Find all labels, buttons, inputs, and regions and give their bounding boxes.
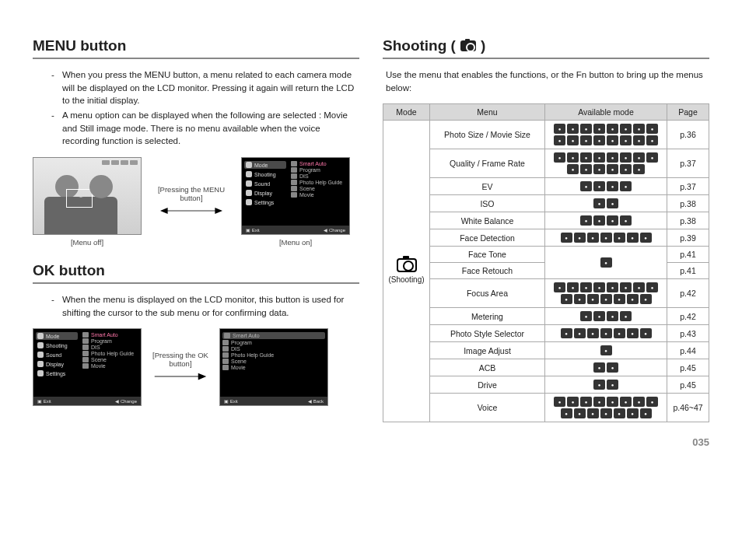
mode-icon bbox=[593, 397, 605, 407]
mode-icon bbox=[627, 328, 639, 338]
th-mode: Mode bbox=[383, 104, 430, 121]
mode-icon bbox=[554, 397, 565, 407]
mode-icon bbox=[646, 135, 658, 145]
mode-icon bbox=[567, 282, 579, 292]
mode-icon bbox=[607, 135, 618, 145]
mode-icon bbox=[580, 164, 592, 174]
lcd-menu-item: Mode bbox=[244, 161, 286, 169]
camera-icon bbox=[460, 40, 476, 51]
mode-icon bbox=[567, 164, 579, 174]
svg-marker-2 bbox=[215, 208, 222, 214]
mode-icon bbox=[580, 282, 592, 292]
mode-icon bbox=[580, 397, 592, 407]
menu-text-1: When you press the MENU button, a menu r… bbox=[62, 68, 359, 107]
available-mode-cell bbox=[545, 359, 667, 376]
table-row: Voicep.46~47 bbox=[383, 394, 709, 422]
table-row: Face Detectionp.39 bbox=[383, 229, 709, 247]
table-row: EVp.37 bbox=[383, 178, 709, 195]
page-ref-cell: p.41 bbox=[667, 263, 709, 279]
mode-icon bbox=[574, 294, 586, 304]
menu-name-cell: Face Detection bbox=[430, 229, 545, 247]
mode-icon bbox=[620, 282, 632, 292]
mode-icon bbox=[607, 152, 618, 163]
th-menu: Menu bbox=[430, 104, 545, 121]
lcd-exit: ▣ Exit bbox=[37, 398, 51, 404]
table-row: Quality / Frame Ratep.37 bbox=[383, 149, 709, 178]
menu-button-heading: MENU button bbox=[33, 37, 359, 54]
page-ref-cell: p.43 bbox=[667, 325, 709, 342]
ok-illustration-row: ModeShootingSoundDisplaySettingsSmart Au… bbox=[33, 328, 359, 406]
divider bbox=[383, 58, 709, 59]
table-row: Focus Areap.42 bbox=[383, 279, 709, 308]
table-row: Meteringp.42 bbox=[383, 308, 709, 325]
mode-icon bbox=[580, 152, 592, 163]
mode-icon bbox=[607, 362, 618, 373]
mode-icon bbox=[580, 215, 592, 226]
mode-icon bbox=[607, 198, 618, 208]
mode-icon bbox=[633, 135, 645, 145]
table-row: Image Adjustp.44 bbox=[383, 342, 709, 359]
mode-icon bbox=[633, 152, 645, 163]
mode-icon bbox=[574, 233, 586, 243]
lcd-list-item: DIS bbox=[82, 345, 138, 350]
menu-name-cell: Photo Size / Movie Size bbox=[430, 121, 545, 149]
mode-icon bbox=[607, 397, 618, 407]
mode-icon bbox=[640, 294, 652, 304]
menu-name-cell: Face Retouch bbox=[430, 263, 545, 279]
lcd-menu-item: Sound bbox=[244, 180, 286, 187]
menu-name-cell: EV bbox=[430, 178, 545, 195]
shooting-heading: Shooting ( ) bbox=[383, 37, 709, 54]
menu-name-cell: Voice bbox=[430, 394, 545, 422]
mode-icon bbox=[607, 311, 618, 321]
divider bbox=[33, 282, 359, 284]
available-mode-cell bbox=[545, 325, 667, 342]
mode-icon bbox=[567, 397, 579, 407]
mode-icon bbox=[646, 124, 658, 134]
lcd-list-item: Smart Auto bbox=[291, 161, 347, 166]
shooting-intro: Use the menu that enables the functions,… bbox=[386, 68, 709, 94]
mode-cell: (Shooting) bbox=[383, 121, 430, 422]
lcd-list-item: Scene bbox=[82, 357, 138, 362]
mode-icon bbox=[554, 124, 565, 134]
page-ref-cell: p.39 bbox=[667, 229, 709, 247]
page-ref-cell: p.45 bbox=[667, 359, 709, 376]
lcd-list-item: Photo Help Guide bbox=[82, 351, 138, 356]
ok-button-heading: OK button bbox=[33, 262, 359, 279]
lcd-menu-item: Shooting bbox=[36, 341, 78, 349]
mode-icon bbox=[646, 397, 658, 407]
mode-icon bbox=[593, 152, 605, 163]
mode-icon bbox=[580, 311, 592, 321]
table-row: (Shooting)Photo Size / Movie Sizep.36 bbox=[383, 121, 709, 149]
lcd-menu-item: Shooting bbox=[244, 170, 286, 178]
arrow-right-icon bbox=[153, 371, 208, 382]
available-mode-cell bbox=[545, 279, 667, 308]
available-mode-cell bbox=[545, 376, 667, 394]
page-ref-cell: p.45 bbox=[667, 376, 709, 394]
page-ref-cell: p.42 bbox=[667, 279, 709, 308]
menu-on-caption: [Menu on] bbox=[241, 238, 350, 247]
mode-icon bbox=[587, 294, 599, 304]
mode-icon bbox=[633, 282, 645, 292]
page-ref-cell: p.44 bbox=[667, 342, 709, 359]
mode-icon bbox=[607, 124, 618, 134]
mode-icon bbox=[593, 282, 605, 292]
lcd-menu-item: Sound bbox=[36, 351, 78, 359]
mode-icon bbox=[646, 152, 658, 163]
lcd-action: ◀ Change bbox=[324, 227, 345, 233]
ok-button-paragraph: -When the menu is displayed on the LCD m… bbox=[36, 293, 359, 319]
svg-marker-4 bbox=[198, 373, 207, 380]
mode-icon bbox=[574, 408, 586, 418]
mode-icon bbox=[587, 328, 599, 338]
mode-icon bbox=[587, 408, 599, 418]
available-mode-cell bbox=[545, 247, 667, 279]
available-mode-cell bbox=[545, 121, 667, 149]
table-row: Face Tonep.41 bbox=[383, 247, 709, 263]
mode-icon bbox=[607, 215, 618, 226]
lcd-after-ok: Smart AutoProgramDISPhoto Help GuideScen… bbox=[219, 328, 328, 406]
mode-icon bbox=[607, 282, 618, 292]
camera-icon bbox=[397, 258, 417, 272]
lcd-action: ◀ Back bbox=[308, 398, 324, 404]
page-ref-cell: p.42 bbox=[667, 308, 709, 325]
mode-icon bbox=[600, 345, 612, 355]
mode-icon bbox=[600, 233, 612, 243]
